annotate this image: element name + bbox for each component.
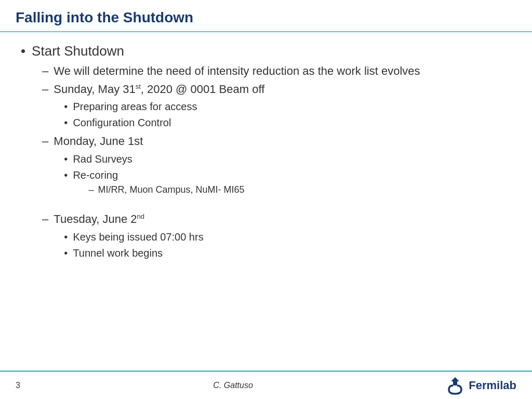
fermilab-logo: Fermilab [446, 376, 516, 395]
level2-item-sunday: – Sunday, May 31st, 2020 @ 0001 Beam off… [32, 82, 420, 132]
level1-item: • Start Shutdown – We will determine the… [21, 43, 511, 264]
dash-icon: – [42, 82, 48, 98]
level3-item-tunnel: • Tunnel work begins [54, 246, 203, 260]
bullet-dot-icon: • [21, 43, 25, 60]
fermilab-text: Fermilab [469, 379, 516, 392]
dash-icon: – [42, 211, 48, 228]
dash-icon: – [42, 134, 48, 150]
level2-list: – We will determine the need of intensit… [32, 63, 420, 262]
slide-footer: 3 C. Gattuso Fermilab [0, 370, 532, 399]
level2-text-monday: Monday, June 1st • Rad Surveys • Re-cori… [54, 134, 244, 198]
small-dot-icon: • [64, 99, 68, 114]
spacer [32, 200, 420, 209]
level3-item-config: • Configuration Control [54, 115, 264, 130]
page-number: 3 [16, 381, 20, 390]
footer-author: C. Gattuso [213, 381, 252, 390]
level2-item-tuesday: – Tuesday, June 2nd • Keys being issued … [32, 211, 420, 262]
content-list: • Start Shutdown – We will determine the… [21, 43, 511, 264]
slide-title: Falling into the Shutdown [16, 9, 516, 26]
small-dot-icon: • [64, 152, 68, 166]
level4-list: – MI/RR, Muon Campus, NuMI- MI65 [73, 183, 244, 196]
level1-text: Start Shutdown – We will determine the n… [32, 43, 420, 264]
level3-list-tuesday: • Keys being issued 07:00 hrs • Tunnel w… [54, 230, 203, 260]
slide-header: Falling into the Shutdown [0, 0, 532, 32]
small-dot-icon: • [64, 246, 68, 260]
small-dot-icon: • [64, 168, 68, 182]
level2-text-tuesday: Tuesday, June 2nd • Keys being issued 07… [54, 211, 203, 262]
level3-list-sunday: • Preparing areas for access • Configura… [54, 99, 264, 130]
level2-text-sunday: Sunday, May 31st, 2020 @ 0001 Beam off •… [54, 82, 264, 132]
level2-text-intensity: We will determine the need of intensity … [54, 63, 420, 79]
fermilab-logo-icon [446, 376, 464, 395]
small-dot-icon: • [64, 230, 68, 244]
dash-icon: – [42, 63, 48, 79]
svg-marker-1 [451, 377, 459, 385]
level3-item-recoring: • Re-coring – MI/RR, Muon Campus, NuMI- … [54, 168, 244, 196]
small-dot-icon: • [64, 115, 68, 130]
slide-content: • Start Shutdown – We will determine the… [0, 32, 532, 370]
level2-item-monday: – Monday, June 1st • Rad Surveys • [32, 134, 420, 198]
level3-item-rad: • Rad Surveys [54, 152, 244, 166]
level3-item-keys: • Keys being issued 07:00 hrs [54, 230, 203, 244]
level3-list-monday: • Rad Surveys • Re-coring [54, 152, 244, 196]
level2-item-intensity: – We will determine the need of intensit… [32, 63, 420, 79]
dash4-icon: – [88, 183, 94, 196]
level4-item-mi: – MI/RR, Muon Campus, NuMI- MI65 [73, 183, 244, 196]
level3-item-preparing: • Preparing areas for access [54, 99, 264, 114]
